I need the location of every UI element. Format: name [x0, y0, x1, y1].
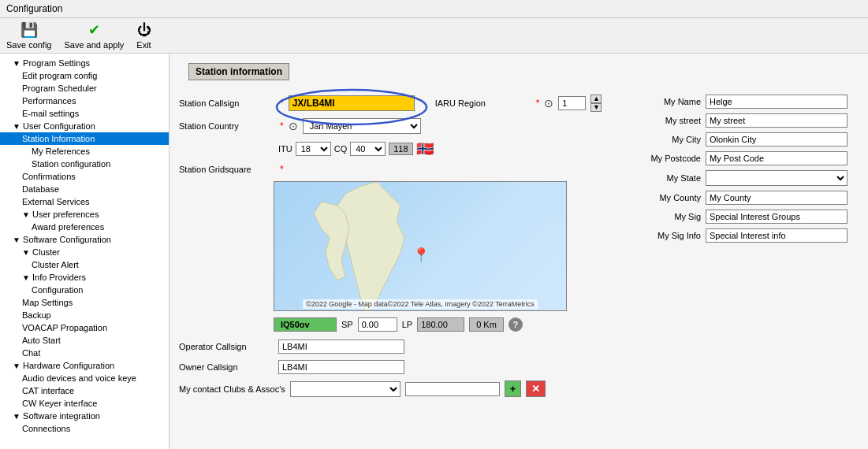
operator-callsign-input[interactable] [278, 340, 404, 354]
sidebar-item-email-settings[interactable]: E-mail settings [0, 107, 169, 120]
sidebar-item-cat-interface[interactable]: CAT interface [0, 384, 169, 397]
sidebar-item-chat[interactable]: Chat [0, 347, 169, 359]
sidebar-item-edit-program-config[interactable]: Edit program config [0, 69, 169, 82]
expand-icon: ▼ [13, 122, 20, 131]
my-county-input[interactable] [706, 191, 848, 205]
my-name-row: My Name [638, 95, 859, 109]
sidebar: ▼ Program Settings Edit program config P… [0, 54, 170, 449]
sidebar-item-confirmations[interactable]: Confirmations [0, 170, 169, 183]
sidebar-item-connections[interactable]: Connections [0, 422, 169, 435]
flag-icon: 🇳🇴 [416, 140, 434, 158]
sidebar-item-info-providers[interactable]: ▼ Info Providers [0, 271, 169, 284]
callsign-label: Station Callsign [179, 98, 274, 108]
country-label: Station Country [179, 121, 274, 131]
exit-label: Exit [136, 40, 151, 50]
my-sig-label: My Sig [638, 212, 701, 221]
sidebar-item-external-services[interactable]: External Services [0, 195, 169, 208]
clubs-add-button[interactable]: + [505, 380, 522, 397]
map-background: 📍 ©2022 Google - Map data©2022 Tele Atla… [274, 182, 566, 310]
iaru-spinner[interactable]: ▲ ▼ [590, 95, 602, 112]
my-sig-info-label: My Sig Info [638, 231, 701, 240]
km-value: 0 Km [469, 317, 504, 332]
iaru-down-btn[interactable]: ▼ [590, 103, 602, 112]
sidebar-item-award-preferences[interactable]: Award preferences [0, 221, 169, 233]
my-sig-row: My Sig [638, 210, 859, 224]
sidebar-item-voacap[interactable]: VOACAP Propagation [0, 321, 169, 334]
save-apply-icon: ✔ [88, 21, 100, 39]
my-state-select[interactable] [706, 170, 848, 186]
sidebar-item-audio-devices[interactable]: Audio devices and voice keye [0, 372, 169, 384]
sidebar-item-program-settings[interactable]: ▼ Program Settings [0, 57, 169, 69]
country-required: * [280, 121, 284, 132]
sp-input[interactable] [358, 317, 397, 332]
my-postcode-label: My Postcode [638, 154, 701, 163]
sidebar-item-software-integration[interactable]: ▼ Software integration [0, 410, 169, 422]
cq-select[interactable]: 40 [350, 142, 386, 156]
expand-icon: ▼ [22, 273, 30, 282]
sp-label: SP [341, 320, 353, 329]
exit-button[interactable]: ⏻ Exit [136, 22, 151, 50]
sidebar-item-my-references[interactable]: My References [0, 145, 169, 158]
sidebar-item-hardware-configuration[interactable]: ▼ Hardware Configuration [0, 359, 169, 372]
sidebar-item-cluster[interactable]: ▼ Cluster [0, 246, 169, 258]
expand-icon: ▼ [13, 59, 20, 68]
my-sig-input[interactable] [706, 210, 848, 224]
clubs-label: My contact Clubs & Assoc's [179, 384, 285, 394]
expand-icon: ▼ [13, 362, 20, 370]
my-city-row: My City [638, 132, 859, 147]
my-sig-info-input[interactable] [706, 228, 848, 243]
itu-label: ITU [278, 144, 292, 154]
sidebar-item-user-preferences[interactable]: ▼ User preferences [0, 208, 169, 221]
iaru-up-btn[interactable]: ▲ [590, 95, 602, 103]
my-name-input[interactable] [706, 95, 848, 109]
save-config-button[interactable]: 💾 Save config [6, 21, 51, 50]
save-apply-button[interactable]: ✔ Save and apply [64, 21, 124, 50]
callsign-input[interactable] [289, 95, 415, 111]
sidebar-item-station-information[interactable]: Station Information [0, 132, 169, 145]
sidebar-item-map-settings[interactable]: Map Settings [0, 296, 169, 309]
sidebar-item-program-scheduler[interactable]: Program Scheduler [0, 82, 169, 95]
help-icon[interactable]: ? [509, 317, 523, 332]
section-header: Station information [188, 63, 289, 80]
gridsquare-label: Station Gridsquare [179, 165, 274, 174]
operator-callsign-row: Operator Callsign [179, 340, 628, 354]
owner-callsign-input[interactable] [278, 360, 404, 374]
sidebar-item-station-configuration[interactable]: Station configuration [0, 158, 169, 170]
country-select[interactable]: Jan Mayen [303, 118, 421, 134]
sidebar-item-backup[interactable]: Backup [0, 309, 169, 321]
clubs-input[interactable] [405, 382, 500, 396]
sidebar-item-configuration[interactable]: Configuration [0, 284, 169, 296]
operator-callsign-label: Operator Callsign [179, 342, 274, 351]
map-container: 📍 ©2022 Google - Map data©2022 Tele Atla… [274, 181, 567, 311]
sidebar-item-software-configuration[interactable]: ▼ Software Configuration [0, 233, 169, 246]
expand-icon: ▼ [13, 412, 20, 421]
title-bar: Configuration [0, 0, 868, 18]
sidebar-item-user-configuration[interactable]: ▼ User Configuration [0, 120, 169, 132]
country-globe-icon[interactable]: ⊙ [289, 120, 298, 132]
callsign-required: * [280, 98, 284, 109]
callsign-row: Station Callsign * IARU Region * ⊙ [179, 95, 628, 112]
iaru-input[interactable] [558, 96, 586, 110]
content-area: Station information Station Callsign * [170, 54, 868, 449]
sp-lp-row: IQ50ov SP LP 0 Km ? [274, 317, 628, 332]
my-street-input[interactable] [706, 113, 848, 128]
my-county-label: My County [638, 193, 701, 202]
expand-icon: ▼ [22, 210, 30, 219]
lp-label: LP [402, 320, 412, 329]
clubs-select[interactable] [290, 381, 400, 397]
my-postcode-input[interactable] [706, 151, 848, 165]
gridsquare-row: Station Gridsquare * [179, 164, 628, 175]
my-city-input[interactable] [706, 132, 848, 147]
sidebar-item-cluster-alert[interactable]: Cluster Alert [0, 258, 169, 271]
sidebar-item-auto-start[interactable]: Auto Start [0, 334, 169, 347]
sidebar-item-cw-keyer[interactable]: CW Keyer interface [0, 397, 169, 410]
itu-cq-row: ITU 18 CQ 40 118 🇳🇴 [278, 140, 628, 158]
lp-input[interactable] [417, 317, 464, 332]
iaru-required: * [536, 98, 540, 109]
iaru-globe-icon[interactable]: ⊙ [544, 97, 553, 109]
itu-select[interactable]: 18 [296, 142, 331, 156]
sidebar-item-database[interactable]: Database [0, 183, 169, 195]
clubs-remove-button[interactable]: ✕ [526, 380, 546, 397]
expand-icon: ▼ [13, 236, 20, 244]
sidebar-item-performances[interactable]: Performances [0, 95, 169, 107]
